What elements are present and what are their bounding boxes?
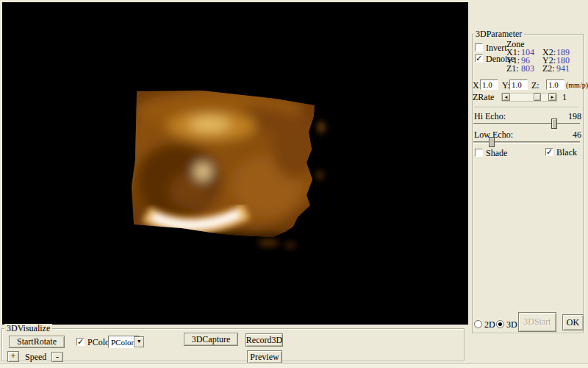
- pcolor-select[interactable]: PColor ▼: [108, 336, 140, 348]
- scale-unit-label: (mm/p): [566, 81, 588, 90]
- zrate-scrollbar[interactable]: ◄ ►: [501, 93, 557, 102]
- low-echo-slider-thumb[interactable]: [489, 137, 495, 147]
- black-checkbox[interactable]: ✓: [545, 148, 553, 156]
- render-viewport[interactable]: [2, 2, 468, 325]
- denoise-checkbox[interactable]: ✓: [475, 54, 483, 63]
- zrate-label: ZRate: [473, 93, 494, 102]
- visualize-group-title: 3DVisualize: [4, 324, 52, 333]
- invert-label: Invert: [486, 43, 507, 52]
- pcolor-checkbox[interactable]: ✓: [76, 338, 85, 346]
- zrate-scroll-left-icon[interactable]: ◄: [502, 93, 510, 101]
- record-button[interactable]: Record3D: [245, 333, 283, 347]
- scale-x-input[interactable]: [480, 79, 498, 90]
- zrate-scroll-right-icon[interactable]: ►: [548, 93, 556, 101]
- zrate-scroll-track[interactable]: [510, 93, 548, 101]
- low-echo-value: 46: [573, 130, 581, 139]
- hi-echo-label: Hi Echo:: [474, 112, 506, 121]
- start3d-button[interactable]: 3DStart: [518, 312, 556, 332]
- scale-z-label: Z:: [531, 81, 539, 90]
- parameter-group-title: 3DParameter: [473, 29, 524, 38]
- mode-3d-label: 3D: [506, 320, 517, 329]
- zone-z2-value: 941: [556, 64, 570, 73]
- speed-plus-button[interactable]: +: [7, 351, 19, 362]
- dropdown-arrow-icon[interactable]: ▼: [134, 336, 144, 347]
- hi-echo-slider-track[interactable]: [473, 123, 580, 125]
- zrate-value: 1: [562, 93, 567, 102]
- zone-z1-value: 803: [521, 64, 534, 73]
- ok-button[interactable]: OK: [562, 314, 584, 330]
- mode-3d-radio[interactable]: [496, 320, 504, 328]
- mode-2d-radio[interactable]: [474, 320, 482, 328]
- parameter-separator: [474, 107, 578, 108]
- black-label: Black: [556, 148, 577, 157]
- status-strip: [0, 363, 588, 368]
- ultrasound-volume-image: [2, 2, 468, 325]
- shade-checkbox[interactable]: [475, 149, 483, 157]
- zone-z1-label: Z1:: [506, 64, 519, 73]
- pcolor-select-value: PColor: [109, 338, 134, 347]
- radio-dot-icon: [498, 322, 502, 326]
- hi-echo-value: 198: [568, 112, 581, 121]
- speed-label: Speed: [25, 353, 46, 361]
- mode-2d-label: 2D: [484, 320, 495, 329]
- start-rotate-button[interactable]: StartRotate: [9, 336, 65, 348]
- shade-label: Shade: [486, 149, 507, 158]
- scale-z-input[interactable]: [546, 79, 564, 90]
- scale-y-input[interactable]: [509, 79, 528, 90]
- preview-button[interactable]: Preview: [247, 350, 282, 364]
- hi-echo-slider-thumb[interactable]: [551, 118, 557, 129]
- zone-z2-label: Z2:: [542, 64, 555, 73]
- speed-minus-button[interactable]: -: [51, 352, 63, 362]
- invert-checkbox[interactable]: [475, 43, 483, 52]
- capture-button[interactable]: 3DCapture: [184, 333, 238, 346]
- parameter-panel: 3DParameter Invert ✓ Denoise Zone X1: 10…: [468, 0, 588, 368]
- zrate-scroll-thumb[interactable]: [534, 93, 541, 101]
